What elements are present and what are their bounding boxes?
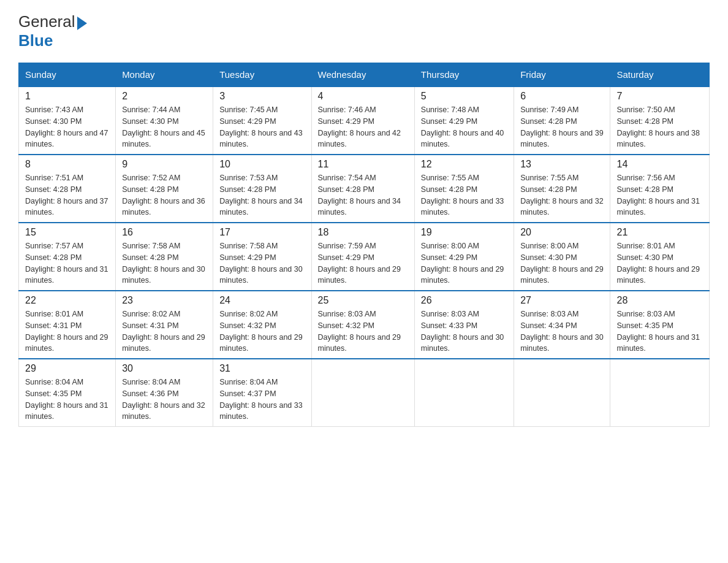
calendar-cell: 12Sunrise: 7:55 AMSunset: 4:28 PMDayligh… — [414, 155, 514, 223]
day-number: 3 — [219, 91, 305, 102]
calendar-cell: 17Sunrise: 7:58 AMSunset: 4:29 PMDayligh… — [213, 223, 311, 291]
day-number: 1 — [25, 91, 109, 102]
calendar-cell: 15Sunrise: 7:57 AMSunset: 4:28 PMDayligh… — [19, 223, 116, 291]
weekday-header-row: SundayMondayTuesdayWednesdayThursdayFrid… — [19, 63, 710, 87]
day-number: 19 — [421, 227, 507, 238]
calendar-cell: 2Sunrise: 7:44 AMSunset: 4:30 PMDaylight… — [116, 86, 213, 155]
day-info: Sunrise: 7:58 AMSunset: 4:28 PMDaylight:… — [122, 240, 207, 286]
calendar-cell: 25Sunrise: 8:03 AMSunset: 4:32 PMDayligh… — [311, 291, 414, 359]
calendar-cell: 20Sunrise: 8:00 AMSunset: 4:30 PMDayligh… — [514, 223, 610, 291]
day-number: 20 — [520, 227, 604, 238]
day-info: Sunrise: 8:02 AMSunset: 4:32 PMDaylight:… — [219, 308, 305, 354]
day-info: Sunrise: 8:01 AMSunset: 4:31 PMDaylight:… — [25, 308, 109, 354]
calendar-cell: 13Sunrise: 7:55 AMSunset: 4:28 PMDayligh… — [514, 155, 610, 223]
day-number: 9 — [122, 159, 207, 170]
day-info: Sunrise: 7:48 AMSunset: 4:29 PMDaylight:… — [421, 104, 507, 150]
calendar-cell: 11Sunrise: 7:54 AMSunset: 4:28 PMDayligh… — [311, 155, 414, 223]
day-info: Sunrise: 7:45 AMSunset: 4:29 PMDaylight:… — [219, 104, 305, 150]
day-number: 16 — [122, 227, 207, 238]
calendar-cell — [414, 359, 514, 427]
day-info: Sunrise: 7:55 AMSunset: 4:28 PMDaylight:… — [520, 172, 604, 218]
calendar-cell: 10Sunrise: 7:53 AMSunset: 4:28 PMDayligh… — [213, 155, 311, 223]
calendar-cell: 8Sunrise: 7:51 AMSunset: 4:28 PMDaylight… — [19, 155, 116, 223]
day-info: Sunrise: 8:03 AMSunset: 4:32 PMDaylight:… — [318, 308, 408, 354]
weekday-header-wednesday: Wednesday — [311, 63, 414, 87]
weekday-header-friday: Friday — [514, 63, 610, 87]
day-info: Sunrise: 8:03 AMSunset: 4:33 PMDaylight:… — [421, 308, 507, 354]
day-info: Sunrise: 7:44 AMSunset: 4:30 PMDaylight:… — [122, 104, 207, 150]
calendar-cell: 19Sunrise: 8:00 AMSunset: 4:29 PMDayligh… — [414, 223, 514, 291]
day-number: 31 — [219, 363, 305, 374]
calendar-cell: 23Sunrise: 8:02 AMSunset: 4:31 PMDayligh… — [116, 291, 213, 359]
calendar-cell: 29Sunrise: 8:04 AMSunset: 4:35 PMDayligh… — [19, 359, 116, 427]
calendar-week-row: 1Sunrise: 7:43 AMSunset: 4:30 PMDaylight… — [19, 86, 710, 155]
day-info: Sunrise: 7:58 AMSunset: 4:29 PMDaylight:… — [219, 240, 305, 286]
weekday-header-sunday: Sunday — [19, 63, 116, 87]
day-info: Sunrise: 7:56 AMSunset: 4:28 PMDaylight:… — [616, 172, 703, 218]
day-info: Sunrise: 7:53 AMSunset: 4:28 PMDaylight:… — [219, 172, 305, 218]
calendar-cell: 5Sunrise: 7:48 AMSunset: 4:29 PMDaylight… — [414, 86, 514, 155]
day-info: Sunrise: 8:04 AMSunset: 4:36 PMDaylight:… — [122, 377, 207, 423]
day-info: Sunrise: 7:54 AMSunset: 4:28 PMDaylight:… — [318, 172, 408, 218]
calendar-cell: 28Sunrise: 8:03 AMSunset: 4:35 PMDayligh… — [610, 291, 710, 359]
calendar-cell: 4Sunrise: 7:46 AMSunset: 4:29 PMDaylight… — [311, 86, 414, 155]
page-header: General Blue — [18, 12, 710, 50]
day-number: 25 — [318, 295, 408, 306]
day-info: Sunrise: 7:59 AMSunset: 4:29 PMDaylight:… — [318, 240, 408, 286]
calendar-cell: 21Sunrise: 8:01 AMSunset: 4:30 PMDayligh… — [610, 223, 710, 291]
calendar-cell: 9Sunrise: 7:52 AMSunset: 4:28 PMDaylight… — [116, 155, 213, 223]
calendar-cell: 30Sunrise: 8:04 AMSunset: 4:36 PMDayligh… — [116, 359, 213, 427]
logo-line1: General — [18, 12, 87, 31]
calendar-cell: 31Sunrise: 8:04 AMSunset: 4:37 PMDayligh… — [213, 359, 311, 427]
day-number: 26 — [421, 295, 507, 306]
day-number: 23 — [122, 295, 207, 306]
weekday-header-saturday: Saturday — [610, 63, 710, 87]
calendar-week-row: 8Sunrise: 7:51 AMSunset: 4:28 PMDaylight… — [19, 155, 710, 223]
calendar-cell: 3Sunrise: 7:45 AMSunset: 4:29 PMDaylight… — [213, 86, 311, 155]
calendar-cell: 24Sunrise: 8:02 AMSunset: 4:32 PMDayligh… — [213, 291, 311, 359]
calendar-cell — [610, 359, 710, 427]
calendar-cell: 6Sunrise: 7:49 AMSunset: 4:28 PMDaylight… — [514, 86, 610, 155]
day-info: Sunrise: 8:00 AMSunset: 4:30 PMDaylight:… — [520, 240, 604, 286]
logo: General Blue — [18, 12, 87, 50]
day-number: 11 — [318, 159, 408, 170]
weekday-header-tuesday: Tuesday — [213, 63, 311, 87]
day-info: Sunrise: 7:57 AMSunset: 4:28 PMDaylight:… — [25, 240, 109, 286]
calendar-cell: 18Sunrise: 7:59 AMSunset: 4:29 PMDayligh… — [311, 223, 414, 291]
calendar-week-row: 15Sunrise: 7:57 AMSunset: 4:28 PMDayligh… — [19, 223, 710, 291]
calendar-cell: 1Sunrise: 7:43 AMSunset: 4:30 PMDaylight… — [19, 86, 116, 155]
calendar-cell: 26Sunrise: 8:03 AMSunset: 4:33 PMDayligh… — [414, 291, 514, 359]
day-number: 10 — [219, 159, 305, 170]
day-info: Sunrise: 8:04 AMSunset: 4:37 PMDaylight:… — [219, 377, 305, 423]
day-number: 18 — [318, 227, 408, 238]
day-number: 14 — [616, 159, 703, 170]
calendar-cell — [514, 359, 610, 427]
day-info: Sunrise: 7:46 AMSunset: 4:29 PMDaylight:… — [318, 104, 408, 150]
day-number: 7 — [616, 91, 703, 102]
day-number: 22 — [25, 295, 109, 306]
day-info: Sunrise: 8:00 AMSunset: 4:29 PMDaylight:… — [421, 240, 507, 286]
day-number: 27 — [520, 295, 604, 306]
calendar-cell: 27Sunrise: 8:03 AMSunset: 4:34 PMDayligh… — [514, 291, 610, 359]
day-number: 21 — [616, 227, 703, 238]
calendar-week-row: 29Sunrise: 8:04 AMSunset: 4:35 PMDayligh… — [19, 359, 710, 427]
calendar-cell: 16Sunrise: 7:58 AMSunset: 4:28 PMDayligh… — [116, 223, 213, 291]
day-info: Sunrise: 8:03 AMSunset: 4:34 PMDaylight:… — [520, 308, 604, 354]
day-info: Sunrise: 8:02 AMSunset: 4:31 PMDaylight:… — [122, 308, 207, 354]
calendar-table: SundayMondayTuesdayWednesdayThursdayFrid… — [18, 63, 710, 427]
day-info: Sunrise: 7:55 AMSunset: 4:28 PMDaylight:… — [421, 172, 507, 218]
day-number: 4 — [318, 91, 408, 102]
day-info: Sunrise: 7:52 AMSunset: 4:28 PMDaylight:… — [122, 172, 207, 218]
weekday-header-monday: Monday — [116, 63, 213, 87]
day-number: 13 — [520, 159, 604, 170]
day-number: 6 — [520, 91, 604, 102]
day-number: 24 — [219, 295, 305, 306]
day-number: 28 — [616, 295, 703, 306]
day-number: 15 — [25, 227, 109, 238]
day-number: 2 — [122, 91, 207, 102]
calendar-cell: 14Sunrise: 7:56 AMSunset: 4:28 PMDayligh… — [610, 155, 710, 223]
day-info: Sunrise: 8:03 AMSunset: 4:35 PMDaylight:… — [616, 308, 703, 354]
day-info: Sunrise: 7:51 AMSunset: 4:28 PMDaylight:… — [25, 172, 109, 218]
day-info: Sunrise: 7:43 AMSunset: 4:30 PMDaylight:… — [25, 104, 109, 150]
logo-line2: Blue — [18, 31, 87, 50]
